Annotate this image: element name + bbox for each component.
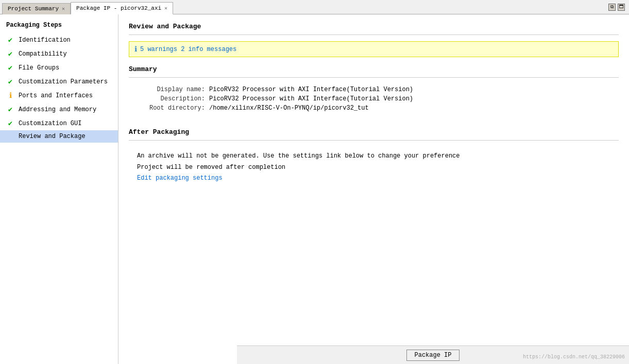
tab-package-ip[interactable]: Package IP - picorv32_axi ✕ — [71, 2, 173, 14]
check-icon-addressing-memory: ✔ — [6, 105, 14, 114]
sidebar-item-review-package[interactable]: Review and Package — [0, 130, 118, 143]
tab-project-summary-close[interactable]: ✕ — [62, 6, 65, 12]
sidebar-item-file-groups[interactable]: ✔ File Groups — [0, 61, 118, 75]
display-name-value: PicoRV32 Processor with AXI Interface(Tu… — [209, 86, 413, 93]
after-packaging-text: An archive will not be generated. Use th… — [129, 147, 619, 188]
maximize-button[interactable]: 🗖 — [618, 4, 625, 11]
check-icon-customization-parameters: ✔ — [6, 77, 14, 86]
tab-package-ip-close[interactable]: ✕ — [164, 5, 167, 11]
main-container: Packaging Steps ✔ Identification ✔ Compa… — [0, 14, 629, 364]
sidebar-item-identification-label: Identification — [19, 37, 71, 44]
sidebar-item-review-package-label: Review and Package — [19, 133, 86, 140]
restore-button[interactable]: ⧉ — [608, 4, 616, 11]
sidebar-item-customization-parameters-label: Customization Parameters — [19, 78, 108, 85]
after-packaging-line2: Project will be removed after completion — [137, 162, 610, 174]
tab-package-ip-label: Package IP - picorv32_axi — [76, 5, 161, 11]
title-bar-right: ⧉ 🗖 — [608, 4, 627, 11]
section-title: Review and Package — [129, 23, 619, 30]
summary-row-root-dir: Root directory: /home/xilinx/RISC-V-On-P… — [137, 105, 619, 112]
watermark: https://blog.csdn.net/qq_38229006 — [523, 354, 625, 360]
summary-divider — [129, 77, 619, 78]
summary-row-display-name: Display name: PicoRV32 Processor with AX… — [137, 86, 619, 93]
after-packaging-divider — [129, 140, 619, 141]
sidebar-item-ports-interfaces-label: Ports and Interfaces — [19, 92, 93, 99]
root-dir-label: Root directory: — [137, 105, 209, 112]
after-packaging-section: After Packaging An archive will not be g… — [129, 128, 619, 188]
package-ip-button[interactable]: Package IP — [406, 350, 459, 361]
check-icon-identification: ✔ — [6, 36, 14, 44]
after-packaging-line1: An archive will not be generated. Use th… — [137, 151, 610, 162]
edit-packaging-settings-link[interactable]: Edit packaging settings — [137, 175, 223, 182]
check-icon-file-groups: ✔ — [6, 63, 14, 72]
info-icon: ℹ — [134, 45, 137, 54]
description-value: PicoRV32 Processor with AXI Interface(Tu… — [209, 95, 413, 102]
warning-bar: ℹ 5 warnings 2 info messages — [129, 41, 619, 57]
summary-row-description: Description: PicoRV32 Processor with AXI… — [137, 95, 619, 102]
sidebar-item-compatibility[interactable]: ✔ Compatibility — [0, 47, 118, 61]
top-divider — [129, 34, 619, 35]
display-name-label: Display name: — [137, 86, 209, 93]
title-bar: Project Summary ✕ Package IP - picorv32_… — [0, 0, 629, 14]
sidebar: Packaging Steps ✔ Identification ✔ Compa… — [0, 14, 118, 364]
tab-project-summary[interactable]: Project Summary ✕ — [2, 3, 71, 14]
warnings-link[interactable]: 5 warnings 2 info messages — [140, 46, 236, 53]
check-icon-compatibility: ✔ — [6, 49, 14, 58]
sidebar-item-file-groups-label: File Groups — [19, 64, 59, 72]
after-packaging-title: After Packaging — [129, 128, 619, 136]
sidebar-item-compatibility-label: Compatibility — [19, 50, 67, 58]
description-label: Description: — [137, 95, 209, 102]
root-dir-value: /home/xilinx/RISC-V-On-PYNQ/ip/picorv32_… — [209, 105, 369, 112]
sidebar-item-customization-gui[interactable]: ✔ Customization GUI — [0, 116, 118, 130]
check-icon-customization-gui: ✔ — [6, 119, 14, 128]
sidebar-item-customization-gui-label: Customization GUI — [19, 120, 81, 127]
sidebar-title: Packaging Steps — [0, 20, 118, 33]
content-area: Review and Package ℹ 5 warnings 2 info m… — [118, 14, 629, 364]
sidebar-item-addressing-memory[interactable]: ✔ Addressing and Memory — [0, 102, 118, 116]
sidebar-item-customization-parameters[interactable]: ✔ Customization Parameters — [0, 75, 118, 89]
warn-icon-ports-interfaces: ℹ — [6, 91, 14, 100]
summary-title: Summary — [129, 65, 619, 73]
sidebar-item-addressing-memory-label: Addressing and Memory — [19, 106, 96, 113]
summary-table: Display name: PicoRV32 Processor with AX… — [129, 84, 619, 116]
sidebar-item-identification[interactable]: ✔ Identification — [0, 33, 118, 47]
tab-project-summary-label: Project Summary — [8, 6, 59, 12]
sidebar-item-ports-interfaces[interactable]: ℹ Ports and Interfaces — [0, 89, 118, 102]
